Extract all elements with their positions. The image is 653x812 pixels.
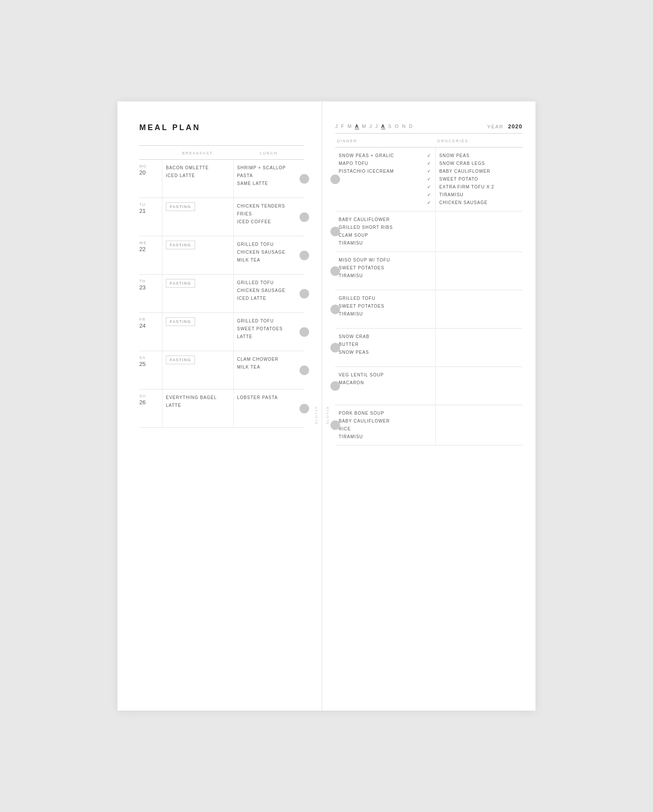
right-day-row: MISO SOUP W/ TOFUSWEET POTATOESTIRAMISU [335,252,522,290]
lunch-item: LOBSTER PASTA [237,394,301,402]
check-mark[interactable]: ✓ [427,175,431,183]
breakfast-cell: FASTING [162,313,233,351]
left-day-row: TH23FASTINGGRILLED TOFUCHICKEN SAUSAGEIC… [139,275,304,313]
left-day-row: SU26EVERYTHING BAGELLATTELOBSTER PASTA [139,389,304,428]
day-label: TU21 [139,198,162,236]
groceries-cell [435,290,522,328]
circle-indicator-left [300,212,309,222]
dinner-cell: SNOW CRABBUTTERSNOW PEAS [335,329,422,366]
fasting-badge: FASTING [166,317,195,326]
breakfast-item: EVERYTHING BAGEL [166,394,230,402]
circle-indicator-right [330,343,340,352]
right-day-row: SNOW PEAS + GRALICMAPO TOFUPISTACHIO ICE… [335,148,522,211]
lunch-item: GRILLED TOFU [237,279,301,287]
fasting-badge: FASTING [166,356,195,364]
month-letter[interactable]: A [355,124,359,129]
left-day-row: SA25FASTINGCLAM CHOWDERMILK TEA [139,351,304,389]
grocery-item: SWEET POTATO [439,175,519,183]
groceries-cell [435,329,522,366]
left-day-row: FR24FASTINGGRILLED TOFUSWEET POTATOESLAT… [139,313,304,351]
month-letter[interactable]: S [388,124,392,129]
month-letter[interactable]: J [375,124,379,129]
breakfast-item: ICED LATTE [166,172,230,180]
month-letter[interactable]: F [341,124,345,129]
dinner-cell: GRILLED TOFUSWEET POTATOESTIRAMISU [335,290,422,328]
lunch-cell: CHICKEN TENDERSFRIESICED COFFEE [233,198,305,236]
right-days-container: SNOW PEAS + GRALICMAPO TOFUPISTACHIO ICE… [335,148,522,446]
lunch-item: CHICKEN TENDERS [237,202,301,210]
day-number: 25 [139,361,145,367]
left-panel: MEAL PLAN BREAKFAST LUNCH MO20BACON OMLE… [118,101,322,711]
grocery-item: BABY CAULIFLOWER [439,168,519,175]
dinner-item: TIRAMISU [339,272,419,280]
dinner-item: PORK BONE SOUP [339,409,419,417]
fasting-badge: FASTING [166,279,195,288]
month-letter[interactable]: M [347,124,352,129]
check-mark[interactable]: ✓ [427,152,431,160]
groceries-cell [435,211,522,252]
check-mark[interactable]: ✓ [427,191,431,199]
day-number: 26 [139,399,145,406]
circle-indicator-left [300,251,309,260]
breakfast-cell: BACON OMLETTEICED LATTE [162,160,233,198]
right-day-row: VEG LENTIL SOUPMACARON [335,367,522,405]
dinner-cell: SNOW PEAS + GRALICMAPO TOFUPISTACHIO ICE… [335,148,422,211]
month-letter[interactable]: M [362,124,367,129]
top-divider [139,145,304,146]
circle-indicator-left [300,327,309,337]
check-mark[interactable]: ✓ [427,160,431,168]
dinner-item: TIRAMISU [339,239,419,247]
lunch-cell: SHRIMP + SCALLOP PASTASAME LATTE [233,160,305,198]
groceries-cell [435,252,522,290]
left-day-row: TU21FASTINGCHICKEN TENDERSFRIESICED COFF… [139,198,304,236]
dinner-item: SNOW PEAS [339,349,419,356]
day-name: SA [139,356,146,360]
lunch-item: SAME LATTE [237,180,301,188]
lunch-item: SHRIMP + SCALLOP PASTA [237,164,301,180]
groceries-cell: SNOW PEASSNOW CRAB LEGSBABY CAULIFLOWERS… [435,148,522,211]
day-number: 22 [139,246,145,252]
day-number: 24 [139,322,145,329]
day-number: 20 [139,169,145,176]
month-letter[interactable]: D [409,124,413,129]
grocery-item: SNOW PEAS [439,152,519,160]
month-letter[interactable]: J [370,124,373,129]
lunch-item: CHICKEN SAUSAGE [237,287,301,295]
lunch-item: ICED COFFEE [237,218,301,226]
breakfast-item: BACON OMLETTE [166,164,230,172]
dinner-cell: VEG LENTIL SOUPMACARON [335,367,422,405]
dinner-item: BABY CAULIFLOWER [339,417,419,425]
month-letter[interactable]: N [402,124,406,129]
lunch-cell: GRILLED TOFUCHICKEN SAUSAGEICED LATTE [233,275,305,312]
month-letter[interactable]: O [395,124,400,129]
day-name: MO [139,164,147,168]
right-day-row: GRILLED TOFUSWEET POTATOESTIRAMISU [335,290,522,329]
dinner-cell: PORK BONE SOUPBABY CAULIFLOWERRICETIRAMI… [335,405,422,445]
dinner-item: BABY CAULIFLOWER [339,216,419,224]
check-mark[interactable]: ✓ [427,168,431,175]
dinner-item: PISTACHIO ICECREAM [339,168,419,175]
check-mark[interactable]: ✓ [427,199,431,207]
check-mark[interactable]: ✓ [427,183,431,191]
dinner-item: TIRAMISU [339,433,419,441]
check-cell: ✓✓✓✓✓✓✓ [422,148,435,211]
circle-indicator-left [300,174,309,184]
lunch-item: CLAM CHOWDER [237,356,301,363]
groceries-cell [435,405,522,445]
day-name: TH [139,279,146,283]
right-day-row: SNOW CRABBUTTERSNOW PEAS [335,329,522,367]
day-name: FR [139,317,146,322]
day-label: TH23 [139,275,162,312]
col-dinner: DINNER [335,137,422,145]
dinner-item: SWEET POTATOES [339,264,419,272]
dinner-item: MACARON [339,379,419,387]
dinner-item: SNOW PEAS + GRALIC [339,152,419,160]
grocery-item: CHICKEN SAUSAGE [439,199,519,207]
lunch-item: LATTE [237,333,301,341]
lunch-item: CHICKEN SAUSAGE [237,248,301,256]
month-letter[interactable]: A [381,124,386,129]
month-letter[interactable]: J [335,124,339,129]
circle-indicator-left [300,404,309,413]
day-number: 23 [139,284,145,291]
dinner-cell: BABY CAULIFLOWERGRILLED SHORT RIBSCLAM S… [335,211,422,252]
